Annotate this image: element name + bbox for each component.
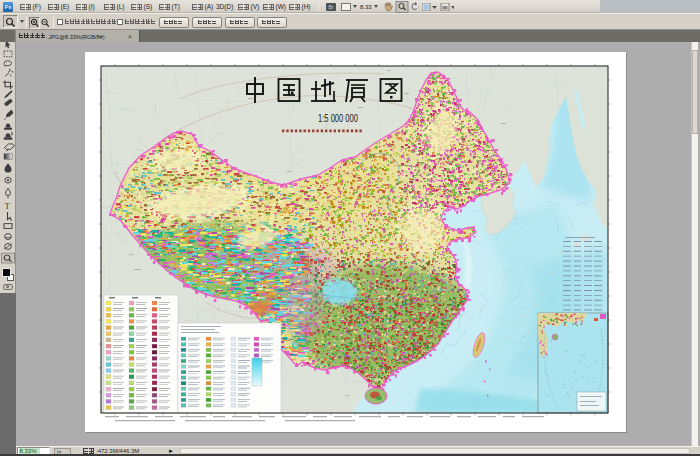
svg-text:1:5 000 000: 1:5 000 000 xyxy=(318,113,358,124)
svg-text:T: T xyxy=(5,202,11,211)
